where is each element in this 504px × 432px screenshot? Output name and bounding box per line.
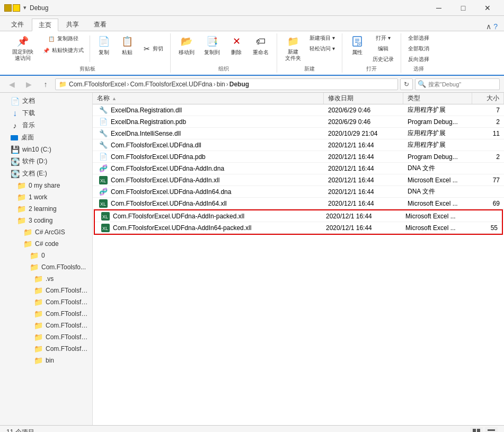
file-row-addin64-dna[interactable]: 🧬 Com.FToolsforExcel.UDFdna-AddIn64.dna … xyxy=(93,186,504,198)
file-row-exceldna-intellisense[interactable]: 🔧 ExcelDna.IntelliSense.dll 2020/10/29 2… xyxy=(93,128,504,139)
sidebar-item-music[interactable]: ♪ 音乐 xyxy=(0,119,92,131)
breadcrumb-2[interactable]: Com.FToolsforExcel.UDFdna xyxy=(130,81,212,88)
file-label: Com.FToolsforExcel.UDFdna-AddIn.dna xyxy=(111,165,224,172)
paste-button[interactable]: 📋 粘贴 xyxy=(117,33,138,58)
file-row-addin-packed-xll[interactable]: XL Com.FToolsforExcel.UDFdna-AddIn-packe… xyxy=(95,210,502,222)
svg-text:XL: XL xyxy=(102,226,108,231)
file-label: Com.FToolsforExcel.UDFdna-AddIn64-packed… xyxy=(113,224,251,232)
grid-view-button[interactable] xyxy=(470,427,483,433)
file-name-com-udf-pdb: 📄 Com.FToolsforExcel.UDFdna.pdb xyxy=(95,153,324,161)
breadcrumb-4[interactable]: Debug xyxy=(229,81,249,88)
sidebar-item-comftoolsfo-4[interactable]: 📁 Com.FToolsfo... xyxy=(30,308,92,320)
file-label: ExcelDna.Registration.pdb xyxy=(111,118,186,126)
breadcrumb-3[interactable]: bin xyxy=(217,81,225,88)
cut-button[interactable]: ✂ 剪切 xyxy=(140,43,166,54)
delete-icon: ✕ xyxy=(230,35,243,48)
sidebar-item-bin[interactable]: 📁 bin xyxy=(30,355,92,366)
sidebar-item-comftoolsfo-7[interactable]: 📁 Com.FToolsfo... xyxy=(30,343,92,355)
sidebar-item-comftoolsfo-6[interactable]: 📁 Com.FToolsfo... xyxy=(30,331,92,343)
breadcrumb-sep-2: › xyxy=(214,81,216,88)
refresh-button[interactable]: ↻ xyxy=(400,78,413,90)
col-header-date[interactable]: 修改日期 xyxy=(324,93,403,104)
invert-selection-button[interactable]: 反向选择 xyxy=(405,55,432,64)
qa-icon-2[interactable] xyxy=(13,4,20,12)
quick-access-arrow[interactable]: ▾ xyxy=(23,4,26,11)
delete-button[interactable]: ✕ 删除 xyxy=(226,33,247,58)
new-item-button[interactable]: 新建项目 ▾ xyxy=(307,33,338,43)
tab-home[interactable]: 主页 xyxy=(32,19,58,31)
file-row-exceldna-reg-dll[interactable]: 🔧 ExcelDna.Registration.dll 2020/6/29 0:… xyxy=(93,104,504,116)
tab-file[interactable]: 文件 xyxy=(4,18,31,31)
maximize-button[interactable]: □ xyxy=(451,0,475,16)
ribbon-help-btn[interactable]: ? xyxy=(493,22,498,31)
close-button[interactable]: ✕ xyxy=(475,0,500,16)
back-button[interactable]: ◀ xyxy=(4,77,19,92)
easy-access-button[interactable]: 轻松访问 ▾ xyxy=(307,44,338,54)
col-header-type[interactable]: 类型 xyxy=(403,93,472,104)
sidebar-item-documents-e[interactable]: 💽 文档 (E:) xyxy=(0,167,92,180)
sidebar-item-comftoolsfo-5[interactable]: 📁 Com.FToolsfo... xyxy=(30,320,92,331)
sidebar-item-comftoolsfo-3[interactable]: 📁 Com.FToolsfo... xyxy=(30,296,92,308)
file-row-addin64-packed-xll[interactable]: XL Com.FToolsforExcel.UDFdna-AddIn64-pac… xyxy=(95,222,502,234)
drive-c-icon: 💾 xyxy=(11,145,19,154)
minimize-button[interactable]: ─ xyxy=(427,0,451,16)
ribbon-collapse-btn[interactable]: ∧ xyxy=(486,22,491,31)
sidebar-item-documents[interactable]: 📄 文档 xyxy=(0,95,92,107)
sidebar-label-desktop: 桌面 xyxy=(21,133,34,142)
breadcrumb-1[interactable]: Com.FToolsforExcel xyxy=(69,81,126,88)
sidebar-item-csharp-code[interactable]: 📁 C# code xyxy=(0,238,92,250)
organize-items: 📂 移动到 📑 复制到 ✕ 删除 🏷 重命名 xyxy=(175,33,272,64)
address-path[interactable]: 📁 Com.FToolsforExcel › Com.FToolsforExce… xyxy=(55,78,398,90)
col-header-size[interactable]: 大小 xyxy=(472,93,504,104)
file-type-addin64-dna: DNA 文件 xyxy=(403,187,472,196)
copy-to-button[interactable]: 📑 复制到 xyxy=(200,33,224,58)
sidebar-item-coding[interactable]: 📁 3 coding xyxy=(0,215,92,226)
sidebar-item-0[interactable]: 📁 0 xyxy=(0,250,92,261)
file-row-addin-dna[interactable]: 🧬 Com.FToolsforExcel.UDFdna-AddIn.dna 20… xyxy=(93,163,504,174)
sidebar-item-software[interactable]: 💽 软件 (D:) xyxy=(0,155,92,167)
qa-icon-1[interactable] xyxy=(4,4,12,12)
up-button[interactable]: ↑ xyxy=(38,77,53,92)
copy-path-button[interactable]: 📋 复制路径 xyxy=(39,33,86,44)
tab-view[interactable]: 查看 xyxy=(87,18,113,31)
history-button[interactable]: 历史记录 xyxy=(370,55,396,64)
file-row-exceldna-reg-pdb[interactable]: 📄 ExcelDna.Registration.pdb 2020/6/29 0:… xyxy=(93,116,504,128)
deselect-all-button[interactable]: 全部取消 xyxy=(405,44,432,54)
sidebar-item-downloads[interactable]: ↓ 下载 xyxy=(0,107,92,119)
pin-to-quick-access-button[interactable]: 📌 固定到快速访问 xyxy=(8,33,37,63)
file-row-com-udf-pdb[interactable]: 📄 Com.FToolsforExcel.UDFdna.pdb 2020/12/… xyxy=(93,151,504,163)
file-name-com-udf-dll: 🔧 Com.FToolsforExcel.UDFdna.dll xyxy=(95,141,324,149)
sidebar-item-comftoolsfo-2[interactable]: 📁 Com.FToolsfo... xyxy=(30,285,92,296)
main-area: 📄 文档 ↓ 下载 ♪ 音乐 桌面 💾 win10 (C:) 💽 软件 (D:)… xyxy=(0,93,504,425)
file-size-exceldna-intellisense: 11 xyxy=(472,130,504,137)
sidebar-item-learning[interactable]: 📁 2 learning xyxy=(0,203,92,215)
sidebar-item-work[interactable]: 📁 1 work xyxy=(0,191,92,203)
tab-share[interactable]: 共享 xyxy=(59,18,86,31)
edit-button[interactable]: 编辑 xyxy=(370,44,396,54)
search-input[interactable] xyxy=(428,81,492,87)
sidebar-item-win10[interactable]: 💾 win10 (C:) xyxy=(0,144,92,155)
open-button[interactable]: 打开 ▾ xyxy=(370,33,396,43)
copy-button[interactable]: 📄 复制 xyxy=(93,33,114,58)
file-row-addin64-xll[interactable]: XL Com.FToolsforExcel.UDFdna-AddIn64.xll… xyxy=(93,198,504,209)
forward-button[interactable]: ▶ xyxy=(21,77,36,92)
file-row-com-udf-dll[interactable]: 🔧 Com.FToolsforExcel.UDFdna.dll 2020/12/… xyxy=(93,139,504,151)
select-all-button[interactable]: 全部选择 xyxy=(405,33,432,43)
sidebar-item-vs[interactable]: 📁 .vs xyxy=(30,273,92,285)
list-view-button[interactable] xyxy=(485,427,498,433)
paste-shortcut-button[interactable]: 📌 粘贴快捷方式 xyxy=(39,45,86,56)
sidebar-item-csharp-arcgis[interactable]: 📁 C# ArcGIS xyxy=(0,226,92,238)
col-header-name[interactable]: 名称 ▲ xyxy=(93,93,324,104)
sidebar-item-comftoolsfo-1[interactable]: 📁 Com.FToolsfo... xyxy=(0,261,92,273)
sidebar-item-myshare[interactable]: 📁 0 my share xyxy=(0,180,92,191)
comftoolsfo-4-icon: 📁 xyxy=(34,310,42,318)
rename-button[interactable]: 🏷 重命名 xyxy=(249,33,272,58)
file-row-addin-xll[interactable]: XL Com.FToolsforExcel.UDFdna-AddIn.xll 2… xyxy=(93,174,504,186)
properties-button[interactable]: 属性 xyxy=(347,33,368,58)
file-size-addin-xll: 77 xyxy=(472,177,504,184)
svg-rect-15 xyxy=(477,429,480,432)
new-folder-button[interactable]: 📁 新建文件夹 xyxy=(281,33,305,63)
sidebar-item-desktop[interactable]: 桌面 xyxy=(0,131,92,144)
move-to-button[interactable]: 📂 移动到 xyxy=(175,33,198,58)
rename-icon: 🏷 xyxy=(254,35,267,48)
